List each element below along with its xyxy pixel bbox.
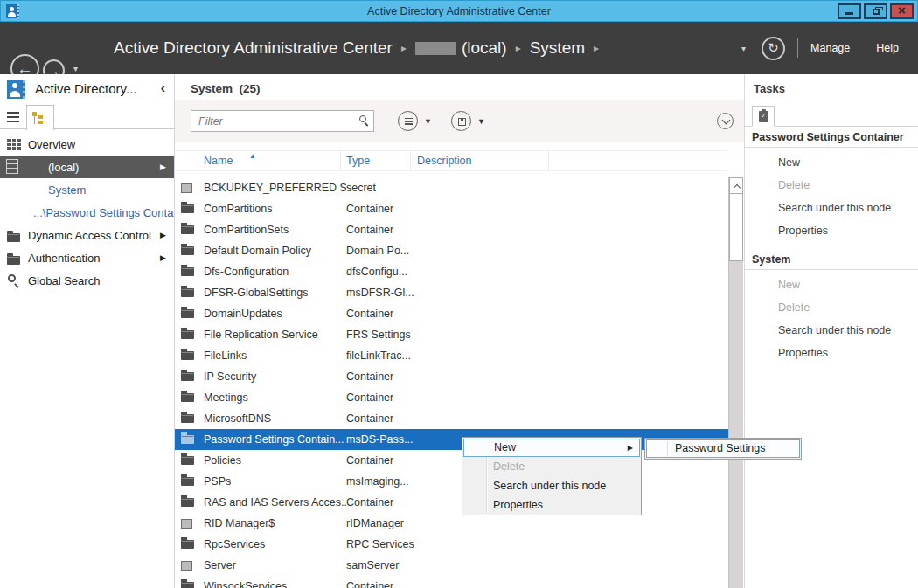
task-item[interactable]: Properties <box>745 342 918 364</box>
cell-type: rIDManager <box>346 517 477 529</box>
cell-name: File Replication Service <box>204 329 346 341</box>
titlebar: Active Directory Administrative Center × <box>0 0 918 22</box>
tree-view-tab[interactable] <box>26 105 54 130</box>
cell-name: Dfs-Configuration <box>204 266 346 278</box>
save-query-button[interactable] <box>451 111 471 131</box>
table-row[interactable]: File Replication Service FRS Settings <box>175 324 728 345</box>
list-view-tab[interactable] <box>5 109 24 125</box>
sidebar-item-label: Overview <box>28 138 75 151</box>
tasks-tab[interactable] <box>752 106 775 127</box>
sidebar-item-authentication[interactable]: Authentication ▶ <box>0 246 174 269</box>
cell-name: Policies <box>204 454 346 467</box>
refresh-button[interactable]: ↻ <box>762 37 785 60</box>
column-header-name[interactable]: Name ▲ <box>175 151 341 170</box>
collapse-pane-icon[interactable]: ‹ <box>161 80 165 96</box>
breadcrumb-separator-icon: ▸ <box>516 42 521 54</box>
context-submenu: Password Settings <box>644 438 802 460</box>
cell-type: Container <box>346 370 477 383</box>
add-criteria-button[interactable] <box>398 111 418 131</box>
breadcrumb-domain[interactable]: (local) <box>462 38 507 58</box>
cell-type: fileLinkTrac... <box>346 349 477 362</box>
task-item[interactable]: Properties <box>745 219 918 242</box>
task-item[interactable]: New <box>745 273 918 296</box>
sidebar-item-global-search[interactable]: Global Search <box>0 269 174 292</box>
table-row[interactable]: ComPartitionSets Container <box>175 219 728 240</box>
table-row[interactable]: BCKUPKEY_PREFERRED Se... secret <box>175 177 728 198</box>
cell-type: Container <box>346 454 477 467</box>
breadcrumb-root[interactable]: Active Directory Administrative Center <box>114 38 393 58</box>
submenu-item-label: Password Settings <box>675 442 766 454</box>
close-button[interactable]: × <box>890 3 914 19</box>
criteria-dropdown-icon[interactable]: ▼ <box>424 117 432 126</box>
expand-arrow-icon[interactable]: ▶ <box>160 163 166 171</box>
expand-panel-icon[interactable] <box>717 113 734 129</box>
breadcrumb-system[interactable]: System <box>530 38 585 58</box>
table-row[interactable]: PSPs msImaging... <box>175 471 728 492</box>
task-item[interactable]: New <box>745 151 918 174</box>
table-row[interactable]: DomainUpdates Container <box>175 303 728 324</box>
context-menu-item[interactable]: New ▶ <box>463 439 640 457</box>
cell-type: FRS Settings <box>346 329 477 341</box>
table-row[interactable]: ComPartitions Container <box>175 198 728 219</box>
table-row[interactable]: RpcServices RPC Services <box>175 534 728 555</box>
sidebar-item-dynamic-access-control[interactable]: Dynamic Access Control ▶ <box>0 224 174 246</box>
task-item[interactable]: Delete <box>745 296 918 319</box>
column-header-type[interactable]: Type <box>341 151 411 170</box>
filter-input[interactable] <box>191 110 374 132</box>
context-menu-item[interactable]: Search under this node <box>462 476 641 495</box>
table-row[interactable]: Dfs-Configuration dfsConfigu... <box>175 261 728 282</box>
table-row[interactable]: FileLinks fileLinkTrac... <box>175 345 728 366</box>
table-row[interactable]: IP Security Container <box>175 366 728 387</box>
table-row[interactable]: RAS and IAS Servers Acces... Container <box>175 492 728 513</box>
object-type-icon <box>181 204 194 213</box>
cell-type: msDS-Pass... <box>346 433 477 446</box>
table-row[interactable]: RID Manager$ rIDManager <box>175 513 728 534</box>
sidebar-item-password-settings-container[interactable]: ...\Password Settings Contai... <box>0 201 174 224</box>
expand-arrow-icon[interactable]: ▶ <box>160 231 166 239</box>
scroll-up-icon[interactable] <box>729 177 743 194</box>
folder-icon <box>7 256 20 265</box>
minimize-icon <box>845 12 853 15</box>
expand-arrow-icon[interactable]: ▶ <box>160 253 166 262</box>
context-menu-item[interactable]: Delete <box>462 457 641 476</box>
object-type-icon <box>181 561 192 571</box>
clipboard-icon <box>759 111 768 122</box>
cell-name: Meetings <box>204 391 346 404</box>
task-item[interactable]: Search under this node <box>745 197 918 219</box>
context-menu-item-label: New <box>494 441 516 453</box>
cell-type: msDFSR-Gl... <box>346 287 477 299</box>
history-dropdown-icon[interactable]: ▾ <box>73 64 78 73</box>
column-header-description[interactable]: Description <box>411 151 549 170</box>
object-type-icon <box>181 477 194 486</box>
sidebar-item-overview[interactable]: Overview <box>0 133 174 156</box>
table-row[interactable]: WinsockServices Container <box>175 576 728 588</box>
task-item[interactable]: Search under this node <box>745 319 918 342</box>
table-row[interactable]: MicrosoftDNS Container <box>175 408 728 429</box>
sidebar-title: Active Directory... <box>35 81 136 96</box>
criteria-list-icon <box>405 118 413 125</box>
manage-menu[interactable]: Manage <box>810 42 850 54</box>
scrollbar-thumb[interactable] <box>729 194 743 261</box>
save-dropdown-icon[interactable]: ▼ <box>477 117 485 126</box>
restore-button[interactable] <box>864 3 887 19</box>
table-row[interactable]: Server samServer <box>175 555 728 576</box>
object-type-icon <box>181 288 194 297</box>
task-item[interactable]: Delete <box>745 174 918 197</box>
tasks-title: Tasks <box>754 82 785 95</box>
breadcrumb-dropdown-icon[interactable]: ▾ <box>741 44 746 53</box>
table-row[interactable]: DFSR-GlobalSettings msDFSR-Gl... <box>175 282 728 303</box>
minimize-button[interactable] <box>838 3 861 19</box>
help-menu[interactable]: Help <box>876 42 899 54</box>
sidebar-item-system[interactable]: System <box>0 178 174 201</box>
sidebar-item-local-domain[interactable]: (local) ▶ <box>0 156 174 178</box>
object-type-icon <box>181 540 194 549</box>
context-menu-item[interactable]: Properties <box>462 495 641 515</box>
cell-type: dfsConfigu... <box>346 266 477 278</box>
table-row[interactable]: Meetings Container <box>175 387 728 408</box>
submenu-item-password-settings[interactable]: Password Settings <box>646 439 800 458</box>
table-row[interactable]: Default Domain Policy Domain Po... <box>175 240 728 261</box>
search-icon <box>359 115 366 122</box>
vertical-scrollbar[interactable] <box>728 177 743 588</box>
cell-name: FileLinks <box>204 349 346 362</box>
tree-view-icon <box>34 113 47 124</box>
